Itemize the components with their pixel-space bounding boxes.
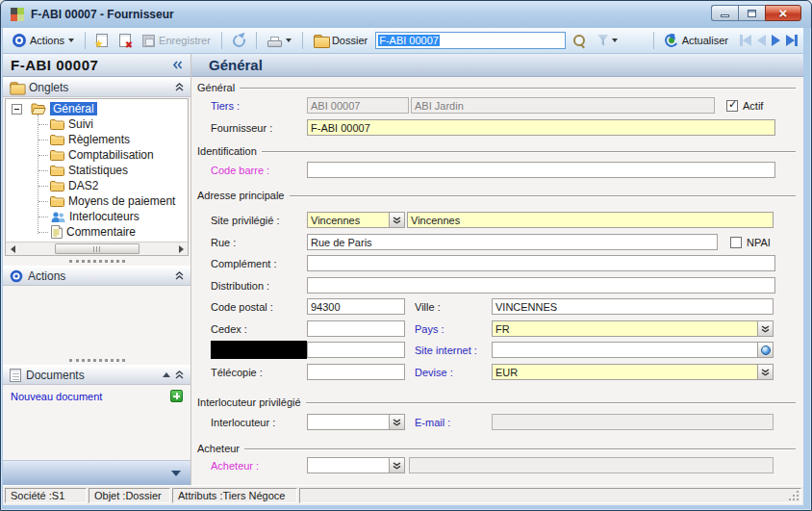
tree-item-comptabilisation[interactable]: Comptabilisation (6, 147, 188, 163)
tree-item-suivi[interactable]: Suivi (6, 116, 188, 132)
sidebar-collapse-button[interactable] (172, 61, 183, 69)
row-telephone-site-internet: Site internet : (191, 341, 803, 359)
tree-horizontal-scrollbar[interactable] (6, 242, 188, 255)
folder-icon (50, 149, 64, 161)
print-dropdown-icon (286, 38, 292, 42)
search-button[interactable] (570, 33, 590, 49)
scrollbar-thumb[interactable] (55, 243, 140, 254)
resize-grip[interactable] (797, 498, 799, 500)
row-cedex-pays: Cedex : Pays : FR (191, 319, 803, 338)
double-chevron-left-icon (172, 61, 183, 69)
new-document-icon (96, 34, 108, 47)
tree-item-statistiques[interactable]: Statistiques (6, 163, 188, 178)
tiers-name-field: ABI Jardin (411, 97, 715, 114)
open-folder-icon (31, 103, 46, 115)
actions-panel-header[interactable]: Actions (3, 266, 190, 286)
tree-item-general[interactable]: Général (6, 101, 188, 116)
combo-dropdown-button[interactable] (757, 365, 773, 379)
rue-field[interactable]: Rue de Paris (307, 234, 718, 250)
toolbar-separator (256, 32, 257, 49)
pays-combo[interactable]: FR (492, 320, 774, 337)
code-postal-label: Code postal : (211, 301, 307, 313)
status-attributs: Attributs :Tiers Négoce (172, 488, 297, 503)
divider (240, 88, 796, 89)
save-button[interactable]: Enregistrer (139, 33, 215, 49)
site-privilegie-name-field[interactable]: Vincennes (407, 212, 774, 228)
tree-item-label: Moyens de paiement (68, 194, 175, 208)
collapse-triangle-icon (163, 372, 170, 377)
devise-combo[interactable]: EUR (492, 364, 774, 380)
tree-item-moyens-de-paiement[interactable]: Moyens de paiement (6, 193, 188, 209)
code-postal-field[interactable]: 94300 (307, 298, 405, 315)
ville-field[interactable]: VINCENNES (492, 298, 774, 315)
filter-button[interactable] (594, 33, 622, 48)
row-telecopie-devise: Télécopie : Devise : EUR (191, 363, 803, 381)
npai-checkbox[interactable] (730, 237, 742, 248)
nav-previous-button[interactable] (757, 35, 766, 46)
actif-checkbox[interactable] (726, 100, 738, 112)
fournisseur-field[interactable]: F-ABI 00007 (307, 119, 775, 136)
code-barre-field[interactable] (307, 162, 775, 178)
tree-item-reglements[interactable]: Règlements (6, 132, 188, 147)
actualiser-button[interactable]: Actualiser (661, 32, 732, 49)
row-code-barre: Code barre : (191, 161, 803, 179)
row-interlocuteur-email: Interlocuteur : E-mail : (191, 413, 803, 431)
minimize-button[interactable] (711, 5, 738, 21)
folder-icon (50, 118, 64, 130)
site-internet-field[interactable] (492, 342, 774, 358)
tree-item-commentaire[interactable]: Commentaire (6, 224, 188, 240)
folder-icon (50, 195, 64, 207)
combo-dropdown-button[interactable] (389, 213, 404, 227)
site-privilegie-combo[interactable]: Vincennes (307, 212, 405, 228)
new-document-link[interactable]: Nouveau document (11, 391, 170, 402)
combo-dropdown-button[interactable] (389, 458, 404, 473)
delete-icon (119, 34, 131, 47)
folder-icon (50, 165, 64, 176)
distribution-field[interactable] (307, 277, 775, 294)
nav-next-icon (772, 35, 780, 46)
refresh-button[interactable] (229, 33, 249, 49)
panel-splitter[interactable] (69, 359, 125, 362)
telephone-field[interactable] (307, 342, 405, 358)
nav-next-button[interactable] (772, 35, 780, 46)
new-button[interactable] (92, 32, 112, 49)
actions-panel-body (3, 286, 190, 355)
filter-dropdown-icon (612, 38, 618, 42)
dossier-button[interactable]: Dossier (310, 33, 371, 48)
combo-dropdown-button[interactable] (757, 321, 773, 336)
open-website-button[interactable] (757, 343, 773, 357)
nav-first-button[interactable] (740, 35, 751, 46)
nav-last-button[interactable] (786, 35, 798, 46)
tree-collapse-icon[interactable] (12, 104, 22, 115)
tree-item-das2[interactable]: DAS2 (6, 178, 188, 193)
record-search-input[interactable]: F-ABI 00007 (375, 32, 566, 49)
print-button[interactable] (264, 33, 295, 49)
scroll-left-button[interactable] (6, 243, 19, 255)
acheteur-combo[interactable] (307, 457, 405, 473)
telecopie-field[interactable] (307, 364, 405, 380)
double-chevron-down-icon (393, 217, 401, 224)
actions-menu-button[interactable]: Actions (9, 32, 78, 49)
titlebar: F-ABI 00007 - Fournisseur (1, 1, 811, 28)
tree-item-label: Commentaire (66, 225, 136, 239)
onglets-panel-header[interactable]: Onglets (3, 77, 190, 97)
actualiser-icon (663, 32, 679, 48)
minimize-icon (721, 14, 729, 17)
acheteur-name-field (409, 457, 774, 473)
panel-splitter[interactable] (69, 260, 125, 263)
complement-field[interactable] (307, 255, 775, 271)
add-document-button[interactable] (170, 390, 183, 402)
sidebar-bottom-bar[interactable] (3, 460, 190, 485)
combo-dropdown-button[interactable] (389, 415, 404, 429)
tree-item-label: Suivi (68, 117, 93, 131)
printer-icon (267, 37, 282, 47)
documents-panel-header[interactable]: Documents (3, 365, 190, 385)
documents-panel-body (3, 402, 190, 460)
cedex-field[interactable] (307, 320, 405, 337)
tree-item-interlocuteurs[interactable]: Interlocuteurs (6, 209, 188, 224)
maximize-button[interactable] (738, 5, 765, 21)
close-button[interactable] (765, 5, 801, 21)
interlocuteur-combo[interactable] (307, 414, 405, 430)
delete-button[interactable] (115, 32, 135, 49)
scroll-right-button[interactable] (174, 243, 188, 255)
